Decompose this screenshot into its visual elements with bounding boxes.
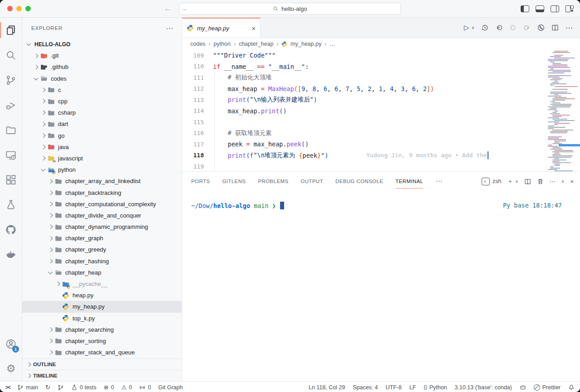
gitlens-graph-icon[interactable]	[537, 24, 545, 31]
tree-item-java[interactable]: java	[22, 141, 182, 153]
activity-docker[interactable]	[0, 242, 22, 267]
explorer-more-actions-icon[interactable]: ⋯	[166, 24, 174, 33]
split-editor-icon[interactable]	[551, 24, 559, 31]
tree-item-dart[interactable]: dart	[22, 118, 182, 130]
code-line-118[interactable]: 118 print(f"\n堆顶元素为 {peek}")Yudong Jin, …	[182, 150, 580, 161]
close-window-button[interactable]	[7, 6, 13, 11]
minimap[interactable]	[548, 51, 576, 171]
tree-item-chapter-divide-and-conquer[interactable]: chapter_divide_and_conquer	[22, 210, 182, 221]
tab-my-heap-py[interactable]: my_heap.py ×	[182, 18, 261, 38]
tree-item--github[interactable]: .github	[22, 61, 182, 73]
panel-tab-ports[interactable]: PORTS	[191, 172, 210, 191]
tree-item-chapter-graph[interactable]: chapter_graph	[22, 232, 182, 244]
shell-label[interactable]: zsh	[493, 178, 501, 184]
run-python-file-button[interactable]: ▷	[464, 24, 469, 32]
activity-explorer[interactable]	[0, 18, 22, 43]
run-dropdown-chevron-icon[interactable]: ∨	[471, 25, 474, 30]
tree-item-chapter-computational-complexity[interactable]: chapter_computational_complexity	[22, 198, 182, 210]
forward-arrow-icon[interactable]: →	[180, 5, 188, 13]
layout-sidebar-left-icon[interactable]	[521, 5, 529, 12]
tree-item-python[interactable]: python	[22, 164, 182, 175]
status-copilot[interactable]	[520, 384, 526, 391]
timeline-history-icon[interactable]	[481, 24, 488, 31]
more-actions-icon[interactable]: ⋯	[566, 24, 573, 32]
circle-arrow-right-icon[interactable]	[523, 24, 531, 31]
code-line-119[interactable]: 119	[182, 161, 580, 171]
panel-more-tabs-icon[interactable]: ⋯	[435, 177, 443, 185]
tree-item-hello-algo[interactable]: HELLO-ALGO	[22, 39, 182, 50]
close-tab-icon[interactable]: ×	[251, 24, 256, 32]
timeline-section[interactable]: TIMELINE	[22, 370, 182, 381]
code-line-109[interactable]: 109"""Driver Code"""	[182, 50, 580, 61]
breadcrumb-codes[interactable]: codes	[190, 41, 205, 47]
breadcrumb-symbol[interactable]: …	[329, 41, 335, 47]
code-editor[interactable]: 109"""Driver Code"""110if __name__ == "_…	[182, 50, 580, 171]
code-line-116[interactable]: 116 # 获取堆顶元素	[182, 128, 580, 139]
tree-item-csharp[interactable]: csharp	[22, 107, 182, 118]
status-git-compare[interactable]	[58, 384, 64, 391]
minimize-window-button[interactable]	[16, 6, 22, 11]
code-line-111[interactable]: 111 # 初始化大顶堆	[182, 72, 580, 83]
outline-section[interactable]: OUTLINE	[22, 358, 182, 370]
activity-source-control[interactable]	[0, 68, 22, 92]
activity-run-debug[interactable]	[0, 92, 22, 117]
activity-github[interactable]	[0, 217, 22, 242]
activity-extensions[interactable]	[0, 167, 22, 192]
terminal-dropdown-icon[interactable]: ∨	[515, 179, 518, 184]
layout-panel-icon[interactable]	[536, 5, 544, 12]
breadcrumb-chapter-heap[interactable]: chapter_heap	[239, 41, 273, 47]
activity-remote-explorer[interactable]	[0, 142, 22, 167]
panel-tab-problems[interactable]: PROBLEMS	[258, 172, 288, 191]
activity-project-folder[interactable]	[0, 117, 22, 142]
activity-search[interactable]	[0, 43, 22, 68]
status-python-interpreter[interactable]: 3.10.13 ('base': conda)	[454, 384, 512, 391]
more-actions-icon[interactable]: ⋯	[550, 178, 556, 185]
tree-item-chapter-stack-and-queue[interactable]: chapter_stack_and_queue	[22, 347, 182, 358]
breadcrumb-python[interactable]: python	[213, 41, 231, 47]
tree-item-codes[interactable]: codes	[22, 73, 182, 84]
split-terminal-icon[interactable]	[524, 178, 531, 185]
code-line-113[interactable]: 113 print("\n输入列表并建堆后")	[182, 94, 580, 106]
tree-item-heap-py[interactable]: heap.py	[22, 290, 182, 301]
status-forwarded-ports[interactable]: 0	[139, 384, 151, 391]
activity-accounts[interactable]: 1	[0, 331, 22, 356]
tree-item-chapter-backtracking[interactable]: chapter_backtracking	[22, 187, 182, 198]
status-git-branch[interactable]: main	[17, 384, 38, 391]
maximize-panel-icon[interactable]: ∧	[561, 179, 565, 184]
tree-item-cpp[interactable]: cpp	[22, 96, 182, 107]
new-terminal-icon[interactable]: ＋	[507, 177, 513, 185]
code-line-115[interactable]: 115	[182, 116, 580, 128]
tree-item--pycache-[interactable]: __pycache__	[22, 278, 182, 290]
terminal-body[interactable]: ~/Dow/hello-algo main ❯ Py base 18:18:47	[182, 191, 580, 381]
tree-item-my-heap-py[interactable]: my_heap.py	[22, 301, 182, 312]
code-line-110[interactable]: 110if __name__ == "__main__":	[182, 61, 580, 73]
status-problems-errors[interactable]: ⊗0	[104, 384, 114, 391]
tree-item-chapter-sorting[interactable]: chapter_sorting	[22, 335, 182, 347]
status-eol[interactable]: LF	[409, 384, 416, 391]
command-center-search[interactable]: hello-algo	[179, 3, 401, 15]
status-notifications[interactable]	[568, 384, 575, 391]
tree-item-c[interactable]: c	[22, 84, 182, 96]
customize-layout-icon[interactable]	[566, 5, 574, 12]
tree-item--git[interactable]: .git	[22, 50, 182, 61]
activity-testing[interactable]	[0, 192, 22, 217]
open-changes-previous-icon[interactable]	[495, 24, 503, 31]
code-line-117[interactable]: 117 peek = max_heap.peek()	[182, 139, 580, 150]
activity-settings[interactable]: ⚙	[0, 356, 22, 381]
code-line-112[interactable]: 112 max_heap = MaxHeap([9, 8, 6, 6, 7, 5…	[182, 83, 580, 95]
panel-tab-terminal[interactable]: TERMINAL	[396, 172, 423, 191]
panel-tab-gitlens[interactable]: GITLENS	[222, 172, 246, 191]
status-cursor-position[interactable]: Ln 118, Col 29	[309, 384, 345, 391]
status-problems-warnings[interactable]: ⚠0	[121, 384, 132, 391]
status-remote-indicator[interactable]: ><	[5, 384, 10, 391]
tree-item-go[interactable]: go	[22, 130, 182, 141]
circle-outline-icon[interactable]	[509, 24, 517, 31]
status-git-sync[interactable]: ↻	[45, 384, 50, 390]
panel-tab-debug-console[interactable]: DEBUG CONSOLE	[335, 172, 383, 191]
kill-terminal-icon[interactable]	[537, 178, 544, 185]
status-encoding[interactable]: UTF-8	[386, 384, 401, 391]
tree-item-top-k-py[interactable]: top_k.py	[22, 313, 182, 324]
status-test-results[interactable]: 0 tests	[71, 384, 97, 391]
status-language-mode[interactable]: {}Python	[424, 384, 447, 391]
layout-sidebar-right-icon[interactable]	[551, 5, 559, 12]
